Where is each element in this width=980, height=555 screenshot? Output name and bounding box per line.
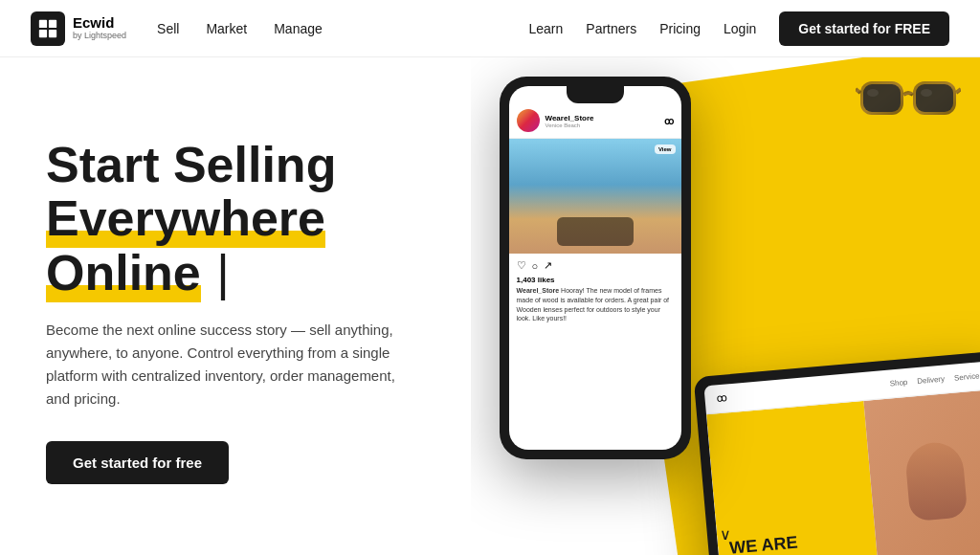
logo[interactable]: Ecwid by Lightspeed [31,11,126,46]
hero-left: Start Selling Everywhere Online Become t… [0,57,471,555]
insta-tag: View [655,144,676,154]
svg-rect-2 [39,29,47,36]
hero-title-underline: Everywhere Online [46,190,325,301]
hero-description: Become the next online success story — s… [46,319,410,411]
nav-sell[interactable]: Sell [157,21,179,36]
svg-rect-6 [863,84,901,112]
tablet-frame: ꝏ Shop Delivery Service WE ARE WEAREL [694,350,980,555]
tablet-screen: ꝏ Shop Delivery Service WE ARE WEAREL [703,361,980,555]
tablet-nav-delivery: Delivery [917,375,946,386]
hero-section: Start Selling Everywhere Online Become t… [0,57,980,555]
insta-location: Venice Beach [546,122,594,128]
nav-partners[interactable]: Partners [586,21,636,36]
hero-cta-button[interactable]: Get started for free [46,441,229,484]
hero-title-line1: Start Selling [46,137,336,192]
scroll-indicator[interactable]: ∨ [720,525,731,544]
hero-right: Wearel_Store Venice Beach ꝏ View ♡ ○ [471,57,980,555]
svg-line-8 [856,89,860,93]
insta-caption-user: Wearel_Store [517,287,560,294]
insta-like-icon[interactable]: ♡ [517,259,526,272]
tablet-person-face [903,440,968,522]
phone-mockup: Wearel_Store Venice Beach ꝏ View ♡ ○ [500,77,691,459]
logo-text: Ecwid by Lightspeed [73,15,126,40]
nav-pricing[interactable]: Pricing [659,21,701,36]
tablet-nav-links: Shop Delivery Service [889,371,980,388]
insta-caption: Wearel_Store Hooray! The new model of fr… [509,284,681,329]
nav-cta-button[interactable]: Get started for FREE [779,11,949,46]
nav-manage[interactable]: Manage [274,21,323,36]
nav-left: Ecwid by Lightspeed Sell Market Manage [31,11,323,46]
insta-user-info: Wearel_Store Venice Beach [546,114,594,128]
logo-brand: Ecwid [73,15,126,32]
tablet-person-panel [863,389,980,555]
nav-market[interactable]: Market [206,21,247,36]
hero-title-line2: Everywhere Online [46,191,440,299]
tablet-logo: ꝏ [716,391,727,405]
svg-point-10 [867,89,879,97]
insta-avatar [517,109,540,132]
svg-rect-0 [39,19,47,27]
phone-frame: Wearel_Store Venice Beach ꝏ View ♡ ○ [500,77,691,459]
svg-point-11 [921,89,932,97]
tablet-nav-shop: Shop [889,378,907,388]
tablet-mockup: ꝏ Shop Delivery Service WE ARE WEAREL [694,350,980,555]
insta-logo-icon: ꝏ [664,116,674,126]
insta-post-image: View [509,139,681,254]
insta-username: Wearel_Store [546,114,594,122]
svg-line-9 [956,89,961,93]
insta-likes: 1,403 likes [509,276,681,284]
nav-left-links: Sell Market Manage [157,21,323,36]
hero-title: Start Selling Everywhere Online [46,138,440,299]
svg-rect-7 [916,84,953,112]
phone-screen: Wearel_Store Venice Beach ꝏ View ♡ ○ [509,86,681,450]
navbar: Ecwid by Lightspeed Sell Market Manage L… [0,0,980,57]
insta-actions: ♡ ○ ↗ [509,254,681,276]
tablet-content: WE ARE WEAREL [706,389,980,555]
nav-login[interactable]: Login [724,21,756,36]
instagram-header: Wearel_Store Venice Beach ꝏ [509,103,681,139]
insta-share-icon[interactable]: ↗ [544,259,552,272]
insta-comment-icon[interactable]: ○ [532,260,539,272]
tablet-nav-service: Service [954,371,980,382]
sunglasses-in-post [557,217,634,246]
tablet-headline: WE ARE WEAREL [729,533,807,555]
sunglasses-image [856,72,961,139]
tablet-headline-line1: WE ARE [728,533,798,555]
logo-icon [31,11,65,46]
tablet-yellow-panel: WE ARE WEAREL [706,401,879,555]
svg-rect-1 [49,19,56,27]
nav-learn[interactable]: Learn [529,21,564,36]
nav-right: Learn Partners Pricing Login Get started… [529,11,950,46]
logo-tagline: by Lightspeed [73,32,126,41]
phone-notch [567,86,624,103]
svg-rect-3 [49,29,56,36]
